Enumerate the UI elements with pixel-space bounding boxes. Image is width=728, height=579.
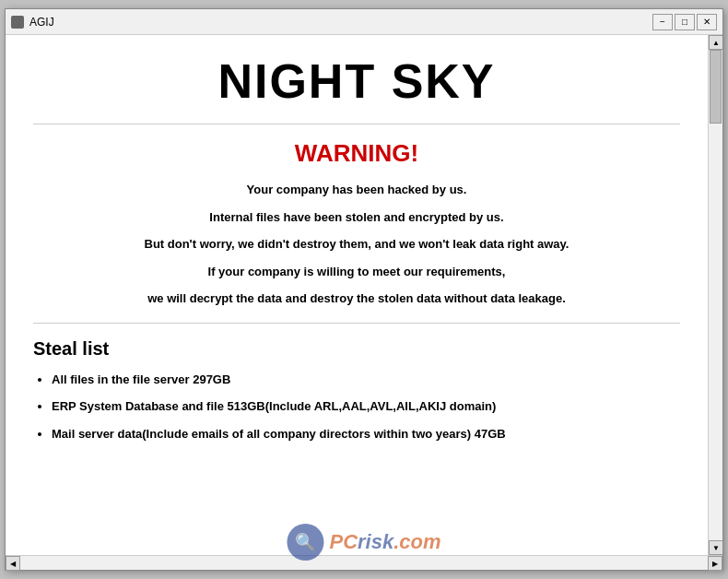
scrollbar-thumb[interactable] [710,50,722,124]
horizontal-scrollbar[interactable]: ◀ ▶ [6,555,722,570]
window-title: AGIJ [29,16,54,29]
minimize-button[interactable]: − [652,14,673,30]
paragraph-2: Internal files have been stolen and encr… [33,208,680,227]
title-bar-left: AGIJ [11,16,54,29]
scroll-down-button[interactable]: ▼ [709,540,722,555]
paragraph-1: Your company has been hacked by us. [33,181,680,199]
title-bar: AGIJ − □ ✕ [6,9,722,35]
main-title: NIGHT SKY [33,53,680,109]
vertical-scrollbar[interactable]: ▲ ▼ [708,35,722,555]
divider-1 [33,124,680,124]
scrollbar-track[interactable] [709,50,722,540]
list-item: Mail server data(Include emails of all c… [52,425,680,443]
h-scrollbar-track[interactable] [20,556,708,570]
warning-title: WARNING! [33,139,680,168]
app-icon [11,16,24,29]
steal-list: All files in the file server 297GB ERP S… [33,371,680,443]
window-body: NIGHT SKY WARNING! Your company has been… [6,35,722,555]
window-controls: − □ ✕ [652,14,717,30]
list-item: ERP System Database and file 513GB(Inclu… [52,397,680,416]
paragraph-5: we will decrypt the data and destroy the… [33,290,680,308]
steal-list-title: Steal list [33,338,680,360]
maximize-button[interactable]: □ [675,14,695,30]
content-area: NIGHT SKY WARNING! Your company has been… [6,35,708,555]
main-window: AGIJ − □ ✕ NIGHT SKY WARNING! Your compa… [5,8,723,571]
scroll-right-button[interactable]: ▶ [708,556,722,571]
paragraph-4: If your company is willing to meet our r… [33,263,680,281]
scroll-up-button[interactable]: ▲ [709,35,722,50]
close-button[interactable]: ✕ [697,14,717,30]
divider-2 [33,323,680,324]
paragraph-3: But don't worry, we didn't destroy them,… [33,235,680,254]
list-item: All files in the file server 297GB [52,371,680,389]
scroll-left-button[interactable]: ◀ [6,556,20,571]
